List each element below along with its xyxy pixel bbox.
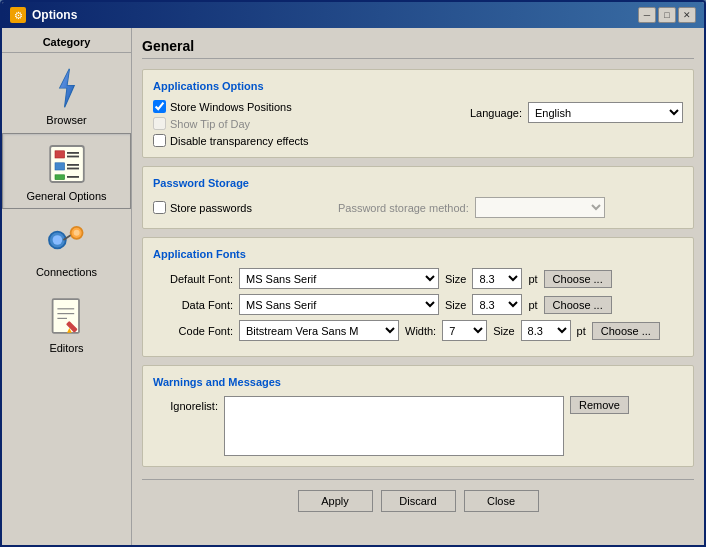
show-tip-label: Show Tip of Day [170, 118, 250, 130]
title-bar-left: ⚙ Options [10, 7, 77, 23]
code-width-label: Width: [405, 325, 436, 337]
title-bar: ⚙ Options ─ □ ✕ [2, 2, 704, 28]
default-font-row: Default Font: MS Sans Serif Size 8.3 pt … [153, 268, 683, 289]
sidebar: Category [2, 28, 132, 545]
store-passwords-label: Store passwords [170, 202, 252, 214]
disable-transparency-checkbox[interactable] [153, 134, 166, 147]
sidebar-item-connections[interactable]: Connections [2, 209, 131, 285]
title-buttons: ─ □ ✕ [638, 7, 696, 23]
browser-icon [43, 64, 91, 112]
disable-transparency-checkbox-label[interactable]: Disable transparency effects [153, 134, 309, 147]
svg-point-14 [73, 230, 79, 236]
svg-rect-5 [67, 156, 79, 158]
bottom-buttons: Apply Discard Close [142, 479, 694, 516]
default-size-select[interactable]: 8.3 [472, 268, 522, 289]
svg-rect-4 [67, 152, 79, 154]
close-button[interactable]: Close [464, 490, 539, 512]
app-options-right: Language: English German French Spanish [470, 102, 683, 123]
data-size-select[interactable]: 8.3 [472, 294, 522, 315]
password-method-label: Password storage method: [338, 202, 469, 214]
sidebar-editors-label: Editors [49, 342, 83, 354]
svg-rect-7 [67, 164, 79, 166]
app-fonts-section: Application Fonts Default Font: MS Sans … [142, 237, 694, 357]
store-windows-label: Store Windows Positions [170, 101, 292, 113]
sidebar-item-editors[interactable]: Editors [2, 285, 131, 361]
window-title: Options [32, 8, 77, 22]
disable-transparency-label: Disable transparency effects [170, 135, 309, 147]
editors-icon [43, 292, 91, 340]
panel-title: General [142, 38, 694, 59]
svg-rect-8 [67, 168, 79, 170]
svg-rect-9 [55, 175, 65, 180]
default-font-select[interactable]: MS Sans Serif [239, 268, 439, 289]
default-size-label: Size [445, 273, 466, 285]
password-storage-section: Password Storage Store passwords Passwor… [142, 166, 694, 229]
app-options-title: Applications Options [153, 80, 683, 92]
sidebar-item-general-options[interactable]: General Options [2, 133, 131, 209]
code-font-row: Code Font: Bitstream Vera Sans M Width: … [153, 320, 683, 341]
app-options-section: Applications Options Store Windows Posit… [142, 69, 694, 158]
data-pt-label: pt [528, 299, 537, 311]
warnings-title: Warnings and Messages [153, 376, 683, 388]
svg-marker-1 [59, 69, 73, 107]
code-pt-label: pt [577, 325, 586, 337]
data-font-label: Data Font: [153, 299, 233, 311]
warnings-section: Warnings and Messages Ignorelist: Remove [142, 365, 694, 467]
ignorelist-row: Ignorelist: Remove [153, 396, 683, 456]
code-font-choose-button[interactable]: Choose ... [592, 322, 660, 340]
app-fonts-title: Application Fonts [153, 248, 683, 260]
language-label: Language: [470, 107, 522, 119]
connections-icon [43, 216, 91, 264]
window-close-button[interactable]: ✕ [678, 7, 696, 23]
sidebar-header: Category [2, 32, 131, 53]
general-options-icon [43, 140, 91, 188]
password-row: Store passwords Password storage method: [153, 197, 683, 218]
ignorelist-label: Ignorelist: [153, 396, 218, 412]
code-size-select[interactable]: 8.3 [521, 320, 571, 341]
store-passwords-checkbox-label[interactable]: Store passwords [153, 201, 252, 214]
data-font-select[interactable]: MS Sans Serif [239, 294, 439, 315]
code-width-select[interactable]: 7 [442, 320, 487, 341]
minimize-button[interactable]: ─ [638, 7, 656, 23]
default-pt-label: pt [528, 273, 537, 285]
maximize-button[interactable]: □ [658, 7, 676, 23]
data-font-row: Data Font: MS Sans Serif Size 8.3 pt Cho… [153, 294, 683, 315]
svg-rect-10 [67, 176, 79, 178]
data-font-choose-button[interactable]: Choose ... [544, 296, 612, 314]
store-windows-checkbox[interactable] [153, 100, 166, 113]
password-method-select [475, 197, 605, 218]
code-font-label: Code Font: [153, 325, 233, 337]
svg-rect-6 [55, 163, 65, 170]
remove-button[interactable]: Remove [570, 396, 629, 414]
window-icon: ⚙ [10, 7, 26, 23]
code-font-select[interactable]: Bitstream Vera Sans M [239, 320, 399, 341]
content-area: Category [2, 28, 704, 545]
app-options-row: Store Windows Positions Show Tip of Day … [153, 100, 683, 147]
code-size-label: Size [493, 325, 514, 337]
data-size-label: Size [445, 299, 466, 311]
ignorelist-textarea[interactable] [224, 396, 564, 456]
sidebar-general-label: General Options [26, 190, 106, 202]
show-tip-checkbox [153, 117, 166, 130]
sidebar-connections-label: Connections [36, 266, 97, 278]
sidebar-browser-label: Browser [46, 114, 86, 126]
default-font-label: Default Font: [153, 273, 233, 285]
store-passwords-checkbox[interactable] [153, 201, 166, 214]
options-window: ⚙ Options ─ □ ✕ Category [0, 0, 706, 547]
password-storage-title: Password Storage [153, 177, 683, 189]
default-font-choose-button[interactable]: Choose ... [544, 270, 612, 288]
store-windows-checkbox-label[interactable]: Store Windows Positions [153, 100, 309, 113]
app-options-left: Store Windows Positions Show Tip of Day … [153, 100, 309, 147]
show-tip-checkbox-label: Show Tip of Day [153, 117, 309, 130]
language-select[interactable]: English German French Spanish [528, 102, 683, 123]
main-panel: General Applications Options Store Windo… [132, 28, 704, 545]
discard-button[interactable]: Discard [381, 490, 456, 512]
svg-point-12 [52, 235, 62, 245]
apply-button[interactable]: Apply [298, 490, 373, 512]
svg-rect-3 [55, 151, 65, 158]
sidebar-item-browser[interactable]: Browser [2, 57, 131, 133]
